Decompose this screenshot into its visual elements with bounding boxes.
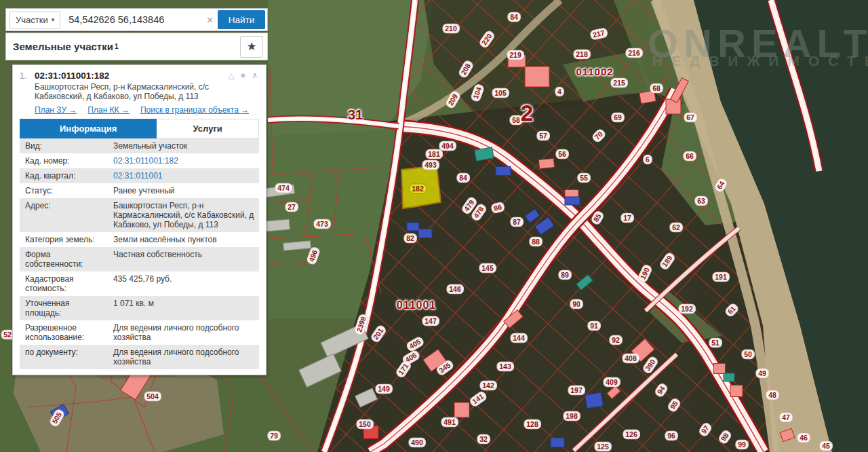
parcel-label[interactable]: 473: [313, 219, 331, 229]
parcel-label[interactable]: 49: [755, 369, 769, 379]
parcel-label[interactable]: 494: [439, 141, 456, 151]
parcel-label[interactable]: 51: [709, 338, 722, 348]
parcel-label[interactable]: 145: [479, 263, 496, 274]
parcel-label[interactable]: 89: [558, 270, 572, 280]
search-button[interactable]: Найти: [218, 10, 265, 29]
parcel-label[interactable]: 92: [609, 335, 623, 345]
results-header: Земельные участки 1 ★: [5, 33, 268, 60]
parcel-label[interactable]: 218: [573, 50, 591, 60]
collapse-icon[interactable]: ∧: [252, 71, 259, 80]
parcel-label[interactable]: 191: [712, 272, 730, 282]
parcel-label[interactable]: 491: [441, 417, 458, 428]
parcel-attributes-table: Вид:Земельный участокКад. номер:02:31:01…: [20, 138, 259, 369]
parcel-label[interactable]: 128: [524, 419, 541, 430]
row-label: Категория земель:: [20, 232, 111, 247]
parcel-card: 1. 02:31:011001:182 △ ★ ∧ Башкортостан Р…: [12, 64, 267, 375]
parcel-label[interactable]: 6: [643, 155, 652, 165]
parcel-label[interactable]: 87: [510, 217, 524, 227]
parcel-label[interactable]: 79: [267, 431, 281, 441]
parcel-label[interactable]: 126: [623, 430, 640, 440]
parcel-label[interactable]: 493: [422, 160, 439, 170]
parcel-label[interactable]: 474: [275, 183, 292, 193]
row-label: Уточненная площадь:: [20, 296, 111, 320]
building: [565, 190, 578, 197]
row-value: Земельный участок: [111, 138, 259, 153]
parcel-label[interactable]: 216: [625, 48, 643, 58]
search-input[interactable]: [60, 14, 202, 25]
favorites-button[interactable]: ★: [240, 36, 263, 58]
quarter-label[interactable]: 31: [348, 111, 363, 119]
parcel-label[interactable]: 67: [684, 113, 697, 123]
parcel-label[interactable]: 62: [669, 223, 683, 233]
parcel-label[interactable]: 504: [144, 392, 161, 402]
parcel-label[interactable]: 17: [620, 213, 634, 223]
parcel-label[interactable]: 82: [403, 233, 417, 244]
parcel-label[interactable]: 181: [425, 149, 443, 159]
parcel-label[interactable]: 150: [356, 419, 374, 430]
parcel-label[interactable]: 57: [536, 131, 550, 141]
quarter-label[interactable]: 011002: [576, 67, 613, 76]
parcel-label[interactable]: 198: [563, 411, 580, 421]
selected-parcel-label[interactable]: 182: [409, 184, 427, 194]
building: [565, 197, 580, 205]
parcel-label[interactable]: 55: [577, 173, 591, 183]
row-label: Кад. номер:: [20, 153, 111, 168]
parcel-label[interactable]: 45: [819, 441, 833, 451]
parcel-label[interactable]: 32: [477, 434, 490, 445]
parcel-label[interactable]: 84: [456, 173, 470, 183]
parcel-label[interactable]: 99: [735, 440, 749, 450]
tab-services[interactable]: Услуги: [157, 119, 259, 138]
search-category-dropdown[interactable]: Участки ▾: [9, 12, 60, 29]
parcel-label[interactable]: 147: [422, 316, 439, 326]
row-value-link[interactable]: 02:31:011001:182: [111, 153, 259, 168]
parcel-label[interactable]: 47: [779, 413, 793, 423]
parcel-label[interactable]: 50: [741, 350, 755, 360]
parcel-label[interactable]: 105: [492, 88, 509, 98]
parcel-label[interactable]: 142: [479, 381, 497, 391]
parcel-label[interactable]: 96: [665, 431, 678, 441]
quarter-label[interactable]: 2: [521, 109, 534, 117]
parcel-label[interactable]: 409: [603, 377, 620, 388]
parcel-label[interactable]: 84: [507, 12, 521, 22]
quarter-label[interactable]: 011001: [397, 301, 437, 309]
building: [724, 373, 734, 381]
parcel-label[interactable]: 143: [496, 362, 514, 372]
building: [666, 99, 681, 114]
search-in-bounds-link[interactable]: Поиск в границах объекта →: [140, 105, 249, 115]
parcel-label[interactable]: 69: [611, 113, 625, 123]
parcel-label[interactable]: 215: [610, 78, 628, 88]
plan-zu-link[interactable]: План ЗУ →: [35, 105, 77, 115]
parcel-label[interactable]: 149: [375, 384, 393, 394]
result-index: 1.: [20, 71, 35, 81]
parcel-label[interactable]: 144: [510, 333, 528, 343]
clear-search-icon[interactable]: ✕: [206, 15, 214, 25]
parcel-label[interactable]: 90: [570, 299, 583, 309]
warning-icon[interactable]: △: [229, 71, 236, 80]
parcel-label[interactable]: 146: [446, 284, 464, 295]
tab-information[interactable]: Информация: [20, 119, 157, 138]
building: [538, 159, 554, 169]
parcel-label[interactable]: 63: [694, 196, 708, 206]
parcel-label[interactable]: 46: [797, 433, 810, 443]
favorite-star-icon[interactable]: ★: [239, 71, 248, 80]
parcel-label[interactable]: 490: [408, 438, 426, 448]
parcel-label[interactable]: 88: [529, 237, 542, 247]
parcel-label[interactable]: 408: [622, 354, 639, 364]
parcel-label[interactable]: 192: [678, 304, 696, 314]
results-count-badge: 1: [115, 43, 119, 50]
parcel-label[interactable]: 4: [555, 87, 564, 97]
parcel-label[interactable]: 27: [285, 202, 298, 212]
row-value-link[interactable]: 02:31:011001: [111, 168, 259, 183]
parcel-label[interactable]: 91: [587, 321, 601, 331]
parcel-label[interactable]: 210: [442, 24, 460, 34]
parcel-label[interactable]: 125: [594, 442, 612, 452]
parcel-label[interactable]: 219: [507, 50, 524, 60]
parcel-label[interactable]: 197: [568, 385, 585, 396]
parcel-label[interactable]: 48: [766, 390, 779, 400]
parcel-label[interactable]: 66: [683, 151, 696, 162]
row-label: Адрес:: [20, 198, 111, 232]
results-title: Земельные участки: [13, 41, 113, 52]
parcel-label[interactable]: 68: [650, 83, 663, 94]
plan-kk-link[interactable]: План КК →: [87, 105, 130, 115]
parcel-label[interactable]: 56: [555, 149, 569, 159]
